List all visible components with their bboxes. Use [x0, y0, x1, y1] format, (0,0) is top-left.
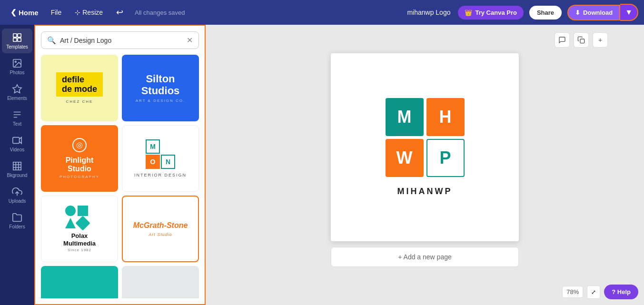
background-icon	[12, 161, 22, 171]
icon-bar: Templates Photos Elements Text	[0, 25, 34, 305]
bottom-bar: 78% ⤢ ? Help	[562, 285, 638, 299]
template-card-gray[interactable]	[122, 266, 199, 298]
logo-cell-w: W	[386, 139, 424, 177]
copy-icon	[577, 36, 585, 44]
home-button[interactable]: ❮ Home	[6, 5, 43, 20]
logo-name-text: MIHANWP	[397, 187, 453, 197]
svg-rect-9	[580, 39, 585, 43]
resize-menu[interactable]: ⊹Resize	[69, 6, 109, 19]
template-card-pinlight[interactable]: ◎ PinlightStudio PHOTOGRAPHY	[41, 125, 118, 192]
sidebar-item-elements[interactable]: Elements	[2, 80, 32, 105]
template-card-mcgrath[interactable]: McGrath-Stone Art Studio	[122, 196, 199, 262]
plus-icon: +	[598, 36, 602, 44]
canvas-page: M H W P MIHANWP	[331, 53, 519, 241]
try-pro-button[interactable]: 👑 Try Canva Pro	[458, 6, 523, 20]
elements-icon	[12, 84, 22, 94]
sidebar-item-videos[interactable]: Videos	[2, 131, 32, 156]
template-grid: defilede mode CHEZ CHE SiltonStudios ART…	[41, 55, 199, 298]
crown-icon: 👑	[465, 9, 472, 16]
template-card-defile[interactable]: defilede mode CHEZ CHE	[41, 55, 118, 121]
resize-icon: ⊹	[75, 9, 80, 16]
undo-button[interactable]: ↩	[110, 4, 129, 20]
expand-icon: ⤢	[591, 289, 596, 295]
sidebar-item-folders[interactable]: Folders	[2, 208, 32, 233]
template-card-silton[interactable]: SiltonStudios ART & DESIGN CO.	[122, 55, 199, 121]
canvas-toolbar: +	[555, 32, 608, 48]
zoom-level: 78%	[562, 286, 583, 298]
home-label: Home	[19, 9, 39, 17]
folders-icon	[12, 212, 22, 223]
search-clear-button[interactable]: ✕	[187, 36, 193, 45]
download-icon: ⬇	[575, 9, 580, 16]
project-title: mihanwp Logo	[407, 9, 450, 16]
sidebar-item-background[interactable]: Bkground	[2, 157, 32, 182]
svg-rect-0	[13, 34, 17, 37]
add-page-button[interactable]: + Add a new page	[331, 247, 519, 267]
comment-button[interactable]	[555, 32, 570, 48]
svg-point-5	[15, 61, 16, 62]
template-card-polax[interactable]: PolaxMultimedia Since 1982	[41, 196, 118, 262]
home-arrow-icon: ❮	[10, 8, 17, 17]
templates-icon	[12, 32, 22, 43]
template-search-input[interactable]	[60, 37, 183, 44]
logo-grid: M H W P	[386, 98, 465, 177]
svg-rect-3	[18, 38, 21, 41]
help-button[interactable]: ? Help	[604, 285, 638, 299]
share-button[interactable]: Share	[529, 6, 562, 20]
zoom-expand-button[interactable]: ⤢	[587, 285, 600, 299]
sidebar-item-templates[interactable]: Templates	[2, 29, 32, 53]
download-caret-button[interactable]: ▼	[620, 4, 638, 21]
logo-cell-m: M	[386, 98, 424, 136]
search-bar: 🔍 ✕	[41, 31, 199, 49]
canvas-area: + M H W P MIHANWP + Add a new page 78% ⤢…	[206, 25, 644, 305]
comment-icon	[558, 36, 566, 44]
save-status: All changes saved	[135, 9, 405, 16]
copy-button[interactable]	[574, 32, 589, 48]
uploads-icon	[12, 187, 22, 197]
sidebar-item-uploads[interactable]: Uploads	[2, 183, 32, 207]
svg-rect-2	[13, 38, 17, 41]
download-button[interactable]: ⬇ Download	[567, 5, 620, 20]
navbar: ❮ Home File ⊹Resize ↩ All changes saved …	[0, 0, 644, 25]
videos-icon	[12, 135, 22, 146]
templates-panel: 🔍 ✕ defilede mode CHEZ CHE SiltonStudios…	[34, 25, 206, 305]
search-icon: 🔍	[47, 36, 56, 45]
logo-cell-h: H	[426, 98, 465, 136]
sidebar-item-text[interactable]: Text	[2, 106, 32, 130]
text-icon	[12, 109, 22, 120]
svg-marker-6	[13, 85, 21, 93]
svg-rect-1	[18, 34, 21, 37]
logo-cell-p: P	[426, 139, 465, 177]
svg-rect-7	[13, 138, 20, 144]
sidebar-item-photos[interactable]: Photos	[2, 54, 32, 79]
template-card-moon[interactable]: M O N INTERIOR DESIGN	[122, 125, 199, 192]
add-button[interactable]: +	[593, 32, 608, 48]
photos-icon	[12, 58, 22, 69]
file-menu[interactable]: File	[45, 6, 68, 19]
main-layout: Templates Photos Elements Text	[0, 25, 644, 305]
template-card-teal[interactable]	[41, 266, 118, 298]
caret-down-icon: ▼	[625, 8, 633, 16]
